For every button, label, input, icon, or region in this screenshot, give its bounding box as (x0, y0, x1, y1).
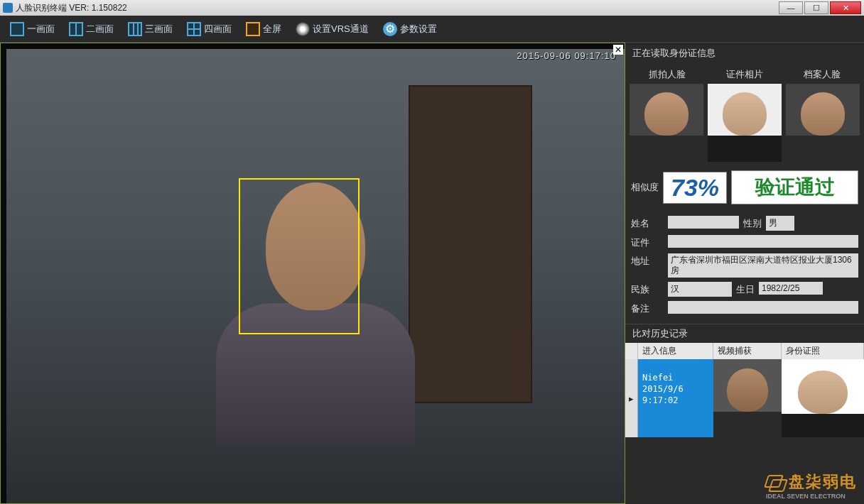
camera-icon (296, 22, 310, 36)
gear-icon (383, 22, 397, 36)
birth-field[interactable]: 1982/2/25 (759, 282, 823, 295)
close-button[interactable]: ✕ (830, 1, 861, 14)
remark-field[interactable] (668, 301, 858, 314)
address-field[interactable]: 广东省深圳市福田区深南大道特区报业大厦1306房 (668, 253, 858, 278)
view-4-label: 四画面 (204, 23, 232, 35)
id-field[interactable] (668, 235, 858, 248)
history-col-id: 身份证照 (782, 343, 864, 359)
face-detection-box (239, 178, 360, 334)
toolbar: 一画面 二画面 三画面 四画面 全屏 设置VRS通道 参数设置 (0, 16, 864, 43)
verification-status: 验证通过 (731, 170, 858, 204)
app-icon (3, 3, 13, 13)
history-title: 比对历史记录 (625, 324, 864, 343)
view-1-button[interactable]: 一画面 (4, 19, 60, 39)
name-field[interactable] (668, 216, 739, 229)
capture-face-thumb (630, 84, 703, 162)
grid-2-icon (69, 22, 83, 36)
view-3-label: 三画面 (145, 23, 173, 35)
settings-label: 参数设置 (400, 23, 437, 35)
vrs-channel-button[interactable]: 设置VRS通道 (290, 19, 374, 39)
remark-label: 备注 (631, 301, 664, 315)
maximize-button[interactable]: ☐ (804, 1, 828, 14)
view-1-label: 一画面 (27, 23, 55, 35)
video-panel[interactable]: 2015-09-06 09:17:10 ✕ (0, 43, 625, 504)
gender-label: 性别 (743, 216, 762, 230)
view-3-button[interactable]: 三画面 (122, 19, 178, 39)
history-row[interactable]: ▸ Niefei 2015/9/6 9:17:02 (625, 359, 864, 437)
gender-field[interactable]: 男 (766, 216, 794, 231)
view-2-button[interactable]: 二画面 (63, 19, 119, 39)
history-col-video: 视频捕获 (713, 343, 782, 359)
ethnic-field[interactable]: 汉 (668, 282, 732, 297)
id-photo-thumb (708, 84, 782, 162)
similarity-value: 73% (663, 172, 727, 204)
fullscreen-label: 全屏 (263, 23, 281, 35)
video-close-button[interactable]: ✕ (613, 45, 623, 55)
row-caret-icon: ▸ (625, 359, 638, 437)
grid-3-icon (128, 22, 142, 36)
archive-face-thumb (786, 84, 860, 162)
minimize-button[interactable]: — (779, 1, 803, 14)
reading-status: 正在读取身份证信息 (625, 43, 864, 64)
id-photo-label: 证件相片 (726, 68, 763, 81)
settings-button[interactable]: 参数设置 (377, 19, 443, 39)
birth-label: 生日 (736, 282, 755, 296)
similarity-label: 相似度 (631, 181, 659, 194)
view-4-button[interactable]: 四画面 (181, 19, 237, 39)
history-col-info: 进入信息 (638, 343, 713, 359)
grid-4-icon (187, 22, 201, 36)
window-title: 人脸识别终端 VER: 1.150822 (16, 2, 127, 14)
vrs-label: 设置VRS通道 (313, 23, 369, 35)
video-timestamp: 2015-09-06 09:17:10 (517, 50, 616, 61)
history-id-thumb (782, 359, 864, 437)
window-titlebar: 人脸识别终端 VER: 1.150822 — ☐ ✕ (0, 0, 864, 16)
address-label: 地址 (631, 253, 664, 268)
capture-face-label: 抓拍人脸 (649, 68, 686, 81)
name-label: 姓名 (631, 216, 664, 230)
fullscreen-icon (246, 22, 260, 36)
history-header: 进入信息 视频捕获 身份证照 (625, 343, 864, 359)
grid-1-icon (10, 22, 24, 36)
fullscreen-button[interactable]: 全屏 (240, 19, 287, 39)
history-video-thumb (713, 359, 782, 437)
view-2-label: 二画面 (86, 23, 114, 35)
ethnic-label: 民族 (631, 282, 664, 296)
archive-face-label: 档案人脸 (804, 68, 841, 81)
info-panel: 正在读取身份证信息 抓拍人脸 证件相片 档案人脸 相似度 73% 验证通过 姓名… (625, 43, 864, 504)
id-label: 证件 (631, 235, 664, 249)
history-info-cell: Niefei 2015/9/6 9:17:02 (638, 359, 713, 437)
